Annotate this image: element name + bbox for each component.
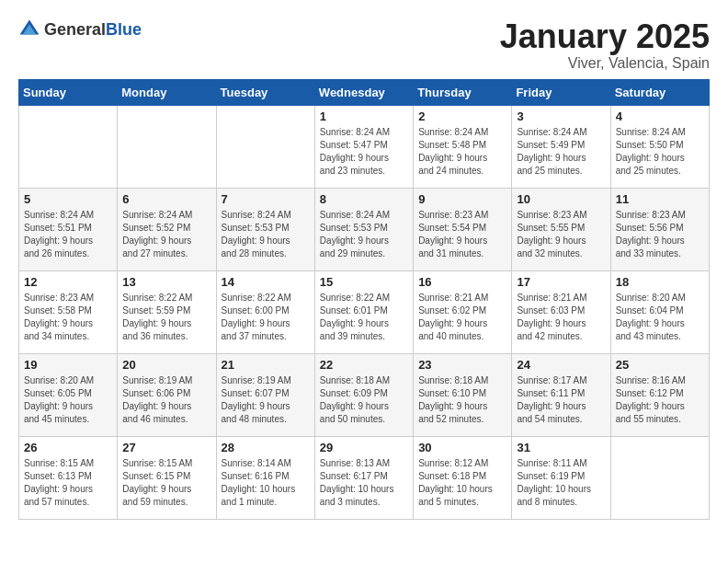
logo-icon [18, 18, 40, 40]
day-number-3-4: 23 [418, 358, 506, 372]
day-info-3-1: Sunrise: 8:19 AMSunset: 6:06 PMDaylight:… [122, 374, 210, 426]
day-number-2-4: 16 [418, 275, 506, 289]
title-block: January 2025 Viver, Valencia, Spain [500, 18, 710, 72]
day-info-4-3: Sunrise: 8:13 AMSunset: 6:17 PMDaylight:… [320, 457, 408, 509]
logo-general: General [44, 20, 106, 40]
day-info-3-6: Sunrise: 8:16 AMSunset: 6:12 PMDaylight:… [616, 374, 704, 426]
day-info-0-3: Sunrise: 8:24 AMSunset: 5:47 PMDaylight:… [320, 126, 408, 178]
day-number-2-1: 13 [122, 275, 210, 289]
day-info-2-6: Sunrise: 8:20 AMSunset: 6:04 PMDaylight:… [616, 292, 704, 343]
day-cell-2-6: 18Sunrise: 8:20 AMSunset: 6:04 PMDayligh… [610, 270, 709, 353]
day-cell-4-2: 28Sunrise: 8:14 AMSunset: 6:16 PMDayligh… [216, 436, 314, 519]
weekday-header-row: Sunday Monday Tuesday Wednesday Thursday… [19, 79, 710, 105]
day-cell-0-5: 3Sunrise: 8:24 AMSunset: 5:49 PMDaylight… [512, 105, 610, 188]
day-info-4-2: Sunrise: 8:14 AMSunset: 6:16 PMDaylight:… [222, 457, 310, 509]
day-number-0-5: 3 [517, 109, 605, 123]
day-number-1-2: 7 [222, 192, 310, 206]
day-info-0-6: Sunrise: 8:24 AMSunset: 5:50 PMDaylight:… [616, 126, 704, 178]
day-info-2-5: Sunrise: 8:21 AMSunset: 6:03 PMDaylight:… [517, 292, 605, 343]
day-cell-2-3: 15Sunrise: 8:22 AMSunset: 6:01 PMDayligh… [314, 270, 413, 353]
day-info-0-5: Sunrise: 8:24 AMSunset: 5:49 PMDaylight:… [517, 126, 605, 178]
day-cell-0-1 [118, 105, 216, 188]
day-cell-2-4: 16Sunrise: 8:21 AMSunset: 6:02 PMDayligh… [414, 270, 512, 353]
calendar-table: Sunday Monday Tuesday Wednesday Thursday… [18, 79, 710, 520]
day-number-0-6: 4 [616, 109, 704, 123]
day-info-4-4: Sunrise: 8:12 AMSunset: 6:18 PMDaylight:… [418, 457, 506, 509]
day-number-4-4: 30 [418, 441, 506, 454]
day-info-1-5: Sunrise: 8:23 AMSunset: 5:55 PMDaylight:… [517, 209, 605, 260]
day-info-2-4: Sunrise: 8:21 AMSunset: 6:02 PMDaylight:… [418, 292, 506, 343]
day-cell-4-0: 26Sunrise: 8:15 AMSunset: 6:13 PMDayligh… [19, 436, 118, 519]
header-tuesday: Tuesday [216, 79, 314, 105]
day-cell-3-2: 21Sunrise: 8:19 AMSunset: 6:07 PMDayligh… [216, 353, 314, 436]
day-number-2-5: 17 [517, 275, 605, 289]
day-number-1-5: 10 [517, 192, 605, 206]
day-info-1-3: Sunrise: 8:24 AMSunset: 5:53 PMDaylight:… [320, 209, 408, 260]
day-cell-4-4: 30Sunrise: 8:12 AMSunset: 6:18 PMDayligh… [414, 436, 512, 519]
day-number-3-0: 19 [24, 358, 112, 372]
day-cell-1-3: 8Sunrise: 8:24 AMSunset: 5:53 PMDaylight… [314, 188, 413, 270]
day-info-2-1: Sunrise: 8:22 AMSunset: 5:59 PMDaylight:… [122, 292, 210, 343]
day-cell-1-5: 10Sunrise: 8:23 AMSunset: 5:55 PMDayligh… [512, 188, 610, 270]
day-number-1-6: 11 [616, 192, 704, 206]
day-cell-3-3: 22Sunrise: 8:18 AMSunset: 6:09 PMDayligh… [314, 353, 413, 436]
day-number-2-2: 14 [222, 275, 310, 289]
day-number-4-3: 29 [320, 441, 408, 454]
day-info-2-3: Sunrise: 8:22 AMSunset: 6:01 PMDaylight:… [320, 292, 408, 343]
week-row-3: 19Sunrise: 8:20 AMSunset: 6:05 PMDayligh… [19, 353, 710, 436]
page: General Blue January 2025 Viver, Valenci… [0, 0, 728, 538]
day-number-4-0: 26 [24, 441, 112, 454]
header-friday: Friday [512, 79, 610, 105]
day-number-0-3: 1 [320, 109, 408, 123]
day-number-4-5: 31 [517, 441, 605, 454]
day-number-3-1: 20 [122, 358, 210, 372]
day-info-1-6: Sunrise: 8:23 AMSunset: 5:56 PMDaylight:… [616, 209, 704, 260]
day-number-3-6: 25 [616, 358, 704, 372]
logo: General Blue [18, 18, 142, 40]
day-info-0-4: Sunrise: 8:24 AMSunset: 5:48 PMDaylight:… [418, 126, 506, 178]
week-row-4: 26Sunrise: 8:15 AMSunset: 6:13 PMDayligh… [19, 436, 710, 519]
header: General Blue January 2025 Viver, Valenci… [18, 18, 710, 72]
day-info-1-0: Sunrise: 8:24 AMSunset: 5:51 PMDaylight:… [24, 209, 112, 260]
day-number-2-3: 15 [320, 275, 408, 289]
header-sunday: Sunday [19, 79, 118, 105]
day-cell-0-2 [216, 105, 314, 188]
day-number-1-4: 9 [418, 192, 506, 206]
day-cell-3-1: 20Sunrise: 8:19 AMSunset: 6:06 PMDayligh… [118, 353, 216, 436]
logo-blue: Blue [106, 20, 142, 40]
day-cell-4-1: 27Sunrise: 8:15 AMSunset: 6:15 PMDayligh… [118, 436, 216, 519]
day-info-3-0: Sunrise: 8:20 AMSunset: 6:05 PMDaylight:… [24, 374, 112, 426]
day-number-3-5: 24 [517, 358, 605, 372]
day-number-0-4: 2 [418, 109, 506, 123]
header-saturday: Saturday [610, 79, 709, 105]
day-number-1-3: 8 [320, 192, 408, 206]
header-wednesday: Wednesday [314, 79, 413, 105]
day-cell-3-4: 23Sunrise: 8:18 AMSunset: 6:10 PMDayligh… [414, 353, 512, 436]
day-cell-0-3: 1Sunrise: 8:24 AMSunset: 5:47 PMDaylight… [314, 105, 413, 188]
day-cell-1-6: 11Sunrise: 8:23 AMSunset: 5:56 PMDayligh… [610, 188, 709, 270]
location-subtitle: Viver, Valencia, Spain [500, 55, 710, 72]
day-cell-2-0: 12Sunrise: 8:23 AMSunset: 5:58 PMDayligh… [19, 270, 118, 353]
day-cell-2-5: 17Sunrise: 8:21 AMSunset: 6:03 PMDayligh… [512, 270, 610, 353]
day-cell-4-5: 31Sunrise: 8:11 AMSunset: 6:19 PMDayligh… [512, 436, 610, 519]
week-row-0: 1Sunrise: 8:24 AMSunset: 5:47 PMDaylight… [19, 105, 710, 188]
day-cell-0-4: 2Sunrise: 8:24 AMSunset: 5:48 PMDaylight… [414, 105, 512, 188]
day-info-1-4: Sunrise: 8:23 AMSunset: 5:54 PMDaylight:… [418, 209, 506, 260]
day-cell-2-1: 13Sunrise: 8:22 AMSunset: 5:59 PMDayligh… [118, 270, 216, 353]
month-title: January 2025 [500, 18, 710, 55]
day-number-1-1: 6 [122, 192, 210, 206]
day-cell-1-4: 9Sunrise: 8:23 AMSunset: 5:54 PMDaylight… [414, 188, 512, 270]
header-thursday: Thursday [414, 79, 512, 105]
day-cell-1-2: 7Sunrise: 8:24 AMSunset: 5:53 PMDaylight… [216, 188, 314, 270]
day-cell-4-3: 29Sunrise: 8:13 AMSunset: 6:17 PMDayligh… [314, 436, 413, 519]
header-monday: Monday [118, 79, 216, 105]
week-row-2: 12Sunrise: 8:23 AMSunset: 5:58 PMDayligh… [19, 270, 710, 353]
day-info-4-1: Sunrise: 8:15 AMSunset: 6:15 PMDaylight:… [122, 457, 210, 509]
day-info-3-4: Sunrise: 8:18 AMSunset: 6:10 PMDaylight:… [418, 374, 506, 426]
day-cell-0-0 [19, 105, 118, 188]
day-number-3-2: 21 [222, 358, 310, 372]
day-cell-3-5: 24Sunrise: 8:17 AMSunset: 6:11 PMDayligh… [512, 353, 610, 436]
day-number-3-3: 22 [320, 358, 408, 372]
day-info-1-2: Sunrise: 8:24 AMSunset: 5:53 PMDaylight:… [222, 209, 310, 260]
day-number-2-0: 12 [24, 275, 112, 289]
